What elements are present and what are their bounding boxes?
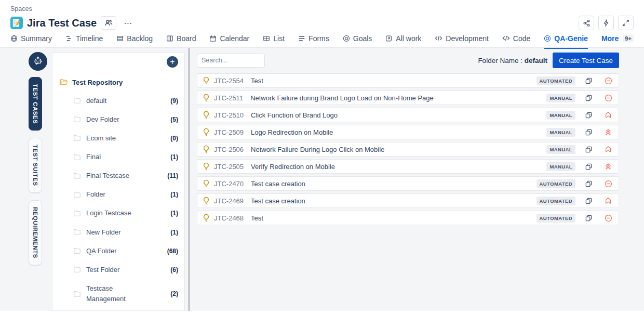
tab-summary[interactable]: Summary bbox=[10, 34, 52, 49]
rail-tab-test-suites[interactable]: TEST SUITES bbox=[29, 138, 42, 193]
test-case-row[interactable]: JTC-2469 Test case creation AUTOMATED bbox=[197, 193, 619, 208]
automation-button[interactable] bbox=[598, 16, 614, 30]
tree-folder-item[interactable]: QA Folder (68) bbox=[60, 242, 178, 261]
test-case-title: Test case creation bbox=[251, 180, 536, 188]
expand-button[interactable] bbox=[618, 16, 634, 30]
title-more-button[interactable]: ⋯ bbox=[120, 18, 136, 28]
test-case-row[interactable]: JTC-2554 Test AUTOMATED bbox=[197, 73, 619, 88]
create-test-case-button[interactable]: Create Test Case bbox=[553, 53, 619, 68]
code-icon bbox=[435, 35, 442, 42]
bulb-icon bbox=[203, 197, 210, 205]
folder-count: (0) bbox=[170, 135, 178, 142]
test-case-row[interactable]: JTC-2470 Test case creation AUTOMATED bbox=[197, 176, 619, 191]
folder-count: (1) bbox=[170, 229, 178, 236]
execution-type-badge: MANUAL bbox=[546, 128, 575, 137]
tab-qa-genie[interactable]: QA-Genie bbox=[544, 34, 588, 49]
tree-folder-item[interactable]: Final Testcase (11) bbox=[60, 166, 178, 185]
copy-icon bbox=[585, 214, 593, 222]
copy-button[interactable] bbox=[585, 94, 593, 102]
execution-type-badge: AUTOMATED bbox=[536, 214, 575, 223]
tree-root-test-repository[interactable]: Test Repository bbox=[60, 79, 178, 86]
test-case-row[interactable]: JTC-2511 Network Failure during Brand Lo… bbox=[197, 90, 619, 105]
copy-button[interactable] bbox=[585, 146, 593, 153]
folder-count: (2) bbox=[170, 290, 178, 297]
tab-more[interactable]: More 9+ bbox=[601, 34, 634, 49]
copy-button[interactable] bbox=[585, 180, 593, 188]
copy-button[interactable] bbox=[585, 111, 593, 119]
tab-goals[interactable]: Goals bbox=[343, 34, 372, 49]
add-folder-button[interactable]: + bbox=[167, 56, 178, 68]
priority-highest-icon bbox=[605, 128, 612, 136]
folder-tree: Test Repository default (9) Dev Folder (… bbox=[52, 71, 184, 310]
execution-type-badge: AUTOMATED bbox=[536, 197, 575, 205]
priority-icon bbox=[604, 163, 612, 170]
tree-folder-item[interactable]: UI/UX (2) bbox=[60, 308, 178, 310]
priority-blocker-icon bbox=[605, 94, 612, 102]
copy-button[interactable] bbox=[585, 163, 593, 171]
folder-count: (5) bbox=[170, 116, 178, 123]
tab-board[interactable]: Board bbox=[166, 34, 196, 49]
rail-tab-requirements[interactable]: REQUIREMENTS bbox=[29, 200, 42, 265]
tree-folder-item[interactable]: Login Testcase (1) bbox=[60, 204, 178, 223]
bulb-icon bbox=[203, 214, 210, 222]
tab-development[interactable]: Development bbox=[435, 34, 489, 49]
test-case-row[interactable]: JTC-2468 Test AUTOMATED bbox=[197, 211, 619, 225]
share-icon bbox=[583, 19, 591, 27]
test-case-row[interactable]: JTC-2510 Click Function of Brand Logo MA… bbox=[197, 108, 619, 122]
list-icon bbox=[263, 35, 270, 42]
copy-icon bbox=[585, 163, 593, 171]
breadcrumb[interactable]: Spaces bbox=[10, 5, 634, 12]
tab-code[interactable]: Code bbox=[502, 34, 530, 49]
people-button[interactable] bbox=[101, 16, 116, 30]
bulb-icon bbox=[203, 179, 210, 188]
bulb-icon bbox=[203, 94, 210, 102]
folder-icon bbox=[73, 248, 81, 254]
test-case-row[interactable]: JTC-2505 Verify Redirection on Mobile MA… bbox=[197, 159, 619, 174]
folder-name-label: Folder Name : default bbox=[478, 57, 547, 64]
timeline-icon bbox=[65, 35, 73, 42]
test-case-row[interactable]: JTC-2506 Network Failure During Logo Cli… bbox=[197, 142, 619, 157]
tree-folder-item[interactable]: Folder (1) bbox=[60, 185, 178, 204]
tree-folder-item[interactable]: New Folder (1) bbox=[60, 223, 178, 242]
rail-tab-test-cases[interactable]: TEST CASES bbox=[29, 77, 42, 131]
test-case-row[interactable]: JTC-2509 Logo Redirection on Mobile MANU… bbox=[197, 125, 619, 139]
folder-icon bbox=[73, 154, 81, 161]
calendar-icon bbox=[209, 35, 217, 42]
tree-folder-item[interactable]: Test Folder (6) bbox=[60, 261, 178, 279]
tab-forms[interactable]: Forms bbox=[298, 34, 329, 49]
tab-list[interactable]: List bbox=[263, 34, 285, 49]
tree-folder-item[interactable]: default (9) bbox=[60, 92, 178, 110]
tab-calendar[interactable]: Calendar bbox=[209, 34, 249, 49]
tree-folder-item[interactable]: Testcase Management (2) bbox=[60, 279, 178, 308]
priority-icon bbox=[604, 197, 612, 204]
share-button[interactable] bbox=[579, 16, 594, 30]
qa-genie-robot-icon bbox=[29, 52, 47, 71]
copy-button[interactable] bbox=[585, 197, 593, 205]
copy-button[interactable] bbox=[585, 214, 593, 222]
test-case-key: JTC-2506 bbox=[214, 146, 244, 153]
priority-icon bbox=[604, 77, 612, 85]
folder-icon bbox=[73, 135, 81, 141]
tree-folder-item[interactable]: Final (1) bbox=[60, 148, 178, 166]
tab-timeline[interactable]: Timeline bbox=[65, 34, 103, 49]
copy-icon bbox=[585, 128, 593, 136]
page-header: Spaces 📝 Jira Test Case ⋯ bbox=[0, 0, 644, 30]
tab-all-work[interactable]: All work bbox=[385, 34, 421, 49]
copy-icon bbox=[585, 146, 593, 153]
people-icon bbox=[104, 19, 113, 27]
priority-blocker-icon bbox=[605, 180, 612, 188]
test-case-key: JTC-2468 bbox=[214, 214, 244, 222]
forms-icon bbox=[298, 35, 305, 42]
tab-backlog[interactable]: Backlog bbox=[116, 34, 153, 49]
content-area: TEST CASES TEST SUITES REQUIREMENTS + Te… bbox=[0, 48, 644, 311]
execution-type-badge: MANUAL bbox=[546, 145, 575, 154]
search-input[interactable] bbox=[197, 54, 265, 68]
tree-folder-item[interactable]: Ecom site (0) bbox=[60, 129, 178, 148]
folder-icon bbox=[73, 116, 81, 123]
execution-type-badge: MANUAL bbox=[546, 162, 575, 171]
copy-button[interactable] bbox=[585, 77, 593, 85]
test-case-key: JTC-2511 bbox=[214, 94, 243, 102]
copy-button[interactable] bbox=[585, 128, 593, 136]
priority-blocker-icon bbox=[605, 214, 612, 222]
tree-folder-item[interactable]: Dev Folder (5) bbox=[60, 110, 178, 129]
